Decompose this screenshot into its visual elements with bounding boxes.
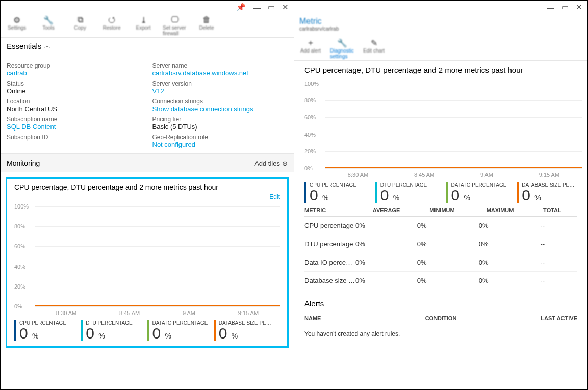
- toolbar-restore[interactable]: ⭯Restore: [99, 15, 124, 36]
- alerts-header-cell: LAST ACTIVE: [487, 315, 577, 321]
- table-row: CPU percentage0%0%0%--: [304, 217, 577, 235]
- table-cell: 0%: [417, 277, 479, 284]
- edit-chart-link[interactable]: Edit: [14, 193, 280, 200]
- metric-card: DATABASE SIZE PERCENT...0 %: [517, 182, 587, 203]
- y-tick-label: 80%: [14, 223, 25, 229]
- x-tick-label: 8:30 AM: [348, 172, 368, 178]
- metric-card: DATABASE SIZE PERCENT...0 %: [214, 320, 280, 341]
- table-header-cell: TOTAL: [543, 207, 577, 213]
- field-value[interactable]: Not configured: [152, 141, 288, 148]
- close-icon[interactable]: ✕: [282, 3, 289, 12]
- table-row: Data IO percenta...0%0%0%--: [304, 253, 577, 272]
- table-cell: 0%: [479, 222, 541, 229]
- right-toolbar: ＋Add alert🔧Diagnostic settings✎Edit char…: [294, 35, 587, 61]
- x-tick-label: 9:15 AM: [539, 172, 559, 178]
- table-header-row: METRICAVERAGEMINIMUMMAXIMUMTOTAL: [304, 207, 577, 217]
- field-value[interactable]: SQL DB Content: [7, 123, 142, 131]
- field-label: Server version: [152, 80, 288, 87]
- grid-line: [35, 306, 280, 307]
- grid-line: [325, 100, 582, 101]
- grid-line: [35, 267, 280, 267]
- field-value[interactable]: Show database connection strings: [152, 105, 288, 113]
- add-tiles-button[interactable]: Add tiles ⊕: [254, 160, 288, 167]
- table-cell: 0%: [355, 240, 417, 248]
- table-cell: 0%: [417, 222, 479, 229]
- pin-icon[interactable]: 📌: [236, 3, 246, 12]
- minimize-icon[interactable]: —: [547, 3, 554, 12]
- close-icon[interactable]: ✕: [576, 3, 582, 12]
- metric-card: DATA IO PERCENTAGE0 %: [147, 320, 214, 341]
- toolbar-tools[interactable]: 🔧Tools: [36, 15, 61, 36]
- x-tick-label: 9 AM: [480, 172, 493, 178]
- table-cell: --: [540, 240, 577, 248]
- toolbar-export[interactable]: ⤓Export: [131, 15, 156, 36]
- metric-value: 0 %: [380, 188, 446, 203]
- maximize-icon[interactable]: ▭: [268, 3, 275, 12]
- set-server-firewall-icon: 🖵: [170, 15, 180, 25]
- field-label: Subscription name: [7, 116, 142, 123]
- field-value[interactable]: carlrabsrv.database.windows.net: [152, 69, 288, 77]
- table-cell: 0%: [355, 277, 417, 284]
- table-header-cell: MAXIMUM: [487, 207, 543, 213]
- window-controls-left: 📌 — ▭ ✕: [1, 1, 294, 12]
- table-cell: --: [540, 277, 577, 284]
- y-tick-label: 100%: [14, 203, 29, 210]
- grid-line: [325, 117, 582, 118]
- toolbar-diagnostic-settings[interactable]: 🔧Diagnostic settings: [330, 38, 354, 59]
- x-axis-left: 8:30 AM8:45 AM9 AM9:15 AM: [35, 310, 280, 316]
- chevron-up-icon: ︿: [44, 42, 50, 50]
- series-line: [325, 167, 582, 168]
- field-label: Subscription ID: [7, 134, 142, 141]
- grid-line: [35, 226, 280, 227]
- metric-card: CPU PERCENTAGE0 %: [14, 320, 81, 341]
- minimize-icon[interactable]: —: [253, 3, 261, 12]
- y-tick-label: 0%: [14, 303, 22, 309]
- table-cell: 0%: [479, 277, 541, 284]
- table-header-cell: AVERAGE: [373, 207, 429, 213]
- x-tick-label: 9:15 AM: [238, 310, 259, 316]
- table-header-cell: METRIC: [304, 207, 373, 213]
- field-value: Online: [7, 87, 142, 95]
- metric-value: 0 %: [152, 326, 214, 341]
- grid-line: [35, 246, 280, 247]
- maximize-icon[interactable]: ▭: [561, 3, 569, 12]
- database-blade: 📌 — ▭ ✕ ⚙Settings🔧Tools⧉Copy⭯Restore⤓Exp…: [1, 1, 294, 389]
- essentials-header[interactable]: Essentials ︿: [1, 38, 294, 55]
- toolbar-set-server-firewall[interactable]: 🖵Set server firewall: [163, 15, 187, 36]
- table-cell: DTU percentage: [304, 240, 355, 248]
- x-tick-label: 8:45 AM: [414, 172, 434, 178]
- x-axis-right: 8:30 AM8:45 AM9 AM9:15 AM: [325, 172, 582, 178]
- x-tick-label: 8:45 AM: [119, 310, 140, 316]
- y-tick-label: 60%: [304, 114, 316, 120]
- right-header: Metric carlrabsrv/carlrab: [294, 12, 587, 35]
- settings-icon: ⚙: [12, 15, 22, 25]
- essentials-body: Resource groupcarlrabStatusOnlineLocatio…: [1, 55, 294, 154]
- toolbar-edit-chart[interactable]: ✎Edit chart: [362, 38, 386, 59]
- table-cell: 0%: [479, 240, 541, 248]
- table-cell: 0%: [355, 258, 417, 266]
- toolbar-settings[interactable]: ⚙Settings: [5, 15, 29, 36]
- add-alert-icon: ＋: [305, 38, 316, 48]
- chart-tile[interactable]: CPU percentage, DTU percentage and 2 mor…: [6, 177, 289, 348]
- edit-chart-icon: ✎: [369, 38, 379, 48]
- table-cell: --: [540, 258, 577, 266]
- metric-card: DTU PERCENTAGE0 %: [375, 182, 446, 203]
- metric-value: 0 %: [86, 326, 147, 341]
- toolbar-delete[interactable]: 🗑Delete: [194, 15, 219, 36]
- metric-blade: — ▭ ✕ Metric carlrabsrv/carlrab ＋Add ale…: [294, 1, 587, 389]
- table-row: DTU percentage0%0%0%--: [304, 235, 577, 253]
- export-icon: ⤓: [138, 15, 148, 25]
- table-cell: 0%: [417, 240, 479, 248]
- table-cell: CPU percentage: [304, 222, 355, 229]
- left-toolbar: ⚙Settings🔧Tools⧉Copy⭯Restore⤓Export🖵Set …: [1, 12, 294, 38]
- y-tick-label: 40%: [14, 264, 25, 270]
- metric-value: 0 %: [310, 188, 375, 203]
- field-value[interactable]: carlrab: [7, 69, 142, 77]
- grid-line: [325, 151, 582, 152]
- toolbar-add-alert[interactable]: ＋Add alert: [298, 38, 323, 59]
- field-label: Server name: [152, 62, 288, 69]
- table-header-cell: MINIMUM: [429, 207, 486, 213]
- field-value[interactable]: V12: [152, 87, 288, 95]
- table-cell: Data IO percenta...: [304, 258, 355, 266]
- toolbar-copy[interactable]: ⧉Copy: [68, 15, 92, 36]
